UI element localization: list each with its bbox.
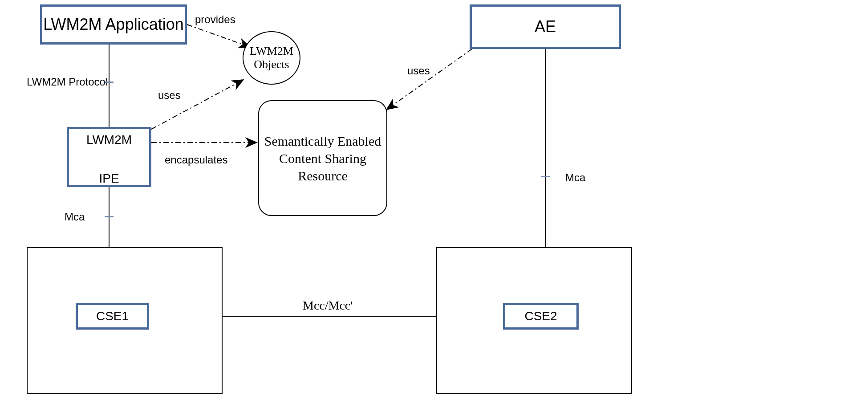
ae-node: AE <box>470 4 621 49</box>
svg-line-0 <box>187 24 249 47</box>
encapsulates-label: encapsulates <box>165 154 227 166</box>
uses-left-label: uses <box>158 89 181 102</box>
svg-line-3 <box>387 49 472 109</box>
tick-mca-right <box>541 176 550 177</box>
mca-left-label: Mca <box>65 211 85 223</box>
cse1-label: CSE1 <box>96 309 129 323</box>
provides-label: provides <box>195 13 235 26</box>
lwm2m-objects-node: LWM2M Objects <box>243 31 300 85</box>
lwm2m-objects-label: LWM2M Objects <box>243 45 300 71</box>
lwm2m-ipe-label-top: LWM2M <box>69 133 149 147</box>
cse1-node: CSE1 <box>76 303 149 330</box>
semantic-resource-node: Semantically Enabled Content Sharing Res… <box>258 100 387 216</box>
lwm2m-application-label: LWM2M Application <box>43 15 183 34</box>
tick-protocol <box>105 82 114 83</box>
cse2-label: CSE2 <box>524 309 557 323</box>
mca-right-label: Mca <box>565 171 585 184</box>
mcc-label: Mcc/Mcc' <box>303 298 353 313</box>
lwm2m-ipe-node: LWM2M IPE <box>67 127 151 187</box>
ae-label: AE <box>535 17 556 36</box>
cse2-node: CSE2 <box>503 303 579 330</box>
svg-line-1 <box>151 80 243 129</box>
lwm2m-ipe-label-bottom: IPE <box>69 171 149 186</box>
tick-mca-left <box>105 216 114 217</box>
uses-right-label: uses <box>407 65 430 77</box>
semantic-resource-label: Semantically Enabled Content Sharing Res… <box>259 132 386 184</box>
lwm2m-protocol-label: LWM2M Protocol <box>27 76 108 88</box>
lwm2m-application-node: LWM2M Application <box>40 4 187 45</box>
